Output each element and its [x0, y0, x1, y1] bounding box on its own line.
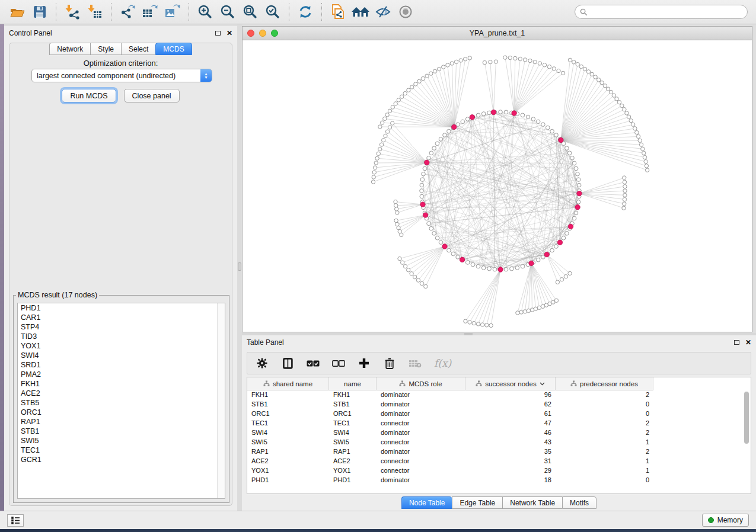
fan-node[interactable] — [538, 62, 541, 65]
fan-node[interactable] — [572, 60, 576, 64]
mcds-node[interactable] — [442, 244, 447, 249]
mcds-result-item[interactable]: STB1 — [18, 427, 225, 436]
tab-edge-table[interactable]: Edge Table — [452, 496, 502, 509]
tab-style[interactable]: Style — [90, 43, 121, 55]
fan-node[interactable] — [612, 94, 615, 97]
table-cell[interactable]: 0 — [556, 409, 653, 419]
table-cell[interactable]: 2 — [556, 447, 653, 457]
fan-node[interactable] — [385, 130, 389, 133]
table-cell[interactable]: FKH1 — [247, 390, 329, 400]
fan-node[interactable] — [485, 323, 489, 327]
fan-node[interactable] — [523, 58, 527, 62]
mcds-node[interactable] — [575, 205, 580, 210]
fan-node[interactable] — [395, 207, 398, 211]
fan-node[interactable] — [556, 280, 559, 284]
table-cell[interactable]: connector — [377, 466, 465, 476]
network-node[interactable] — [476, 113, 480, 117]
fan-node[interactable] — [403, 264, 407, 268]
fan-node[interactable] — [463, 57, 467, 61]
close-panel-icon[interactable]: ✕ — [745, 339, 751, 346]
criterion-dropdown[interactable]: largest connected component (undirected)… — [31, 69, 212, 82]
fan-node[interactable] — [537, 306, 541, 309]
table-cell[interactable]: dominator — [377, 447, 465, 457]
fan-node[interactable] — [398, 257, 401, 260]
network-node[interactable] — [565, 146, 569, 150]
mcds-result-item[interactable]: SRD1 — [18, 360, 225, 370]
show-columns-button[interactable] — [281, 357, 294, 370]
fan-node[interactable] — [564, 275, 567, 278]
fan-node[interactable] — [631, 123, 634, 126]
tab-network-table[interactable]: Network Table — [502, 496, 562, 509]
network-node[interactable] — [427, 156, 431, 160]
hide-graphics-details-button[interactable] — [373, 2, 393, 21]
mcds-result-item[interactable]: ORC1 — [18, 408, 225, 417]
network-node[interactable] — [576, 178, 580, 182]
fan-node[interactable] — [454, 60, 458, 63]
fan-node[interactable] — [379, 143, 383, 146]
fan-node[interactable] — [561, 71, 564, 75]
fan-node[interactable] — [554, 299, 558, 302]
network-node[interactable] — [536, 120, 540, 124]
scrollbar-thumb[interactable] — [744, 392, 749, 444]
fan-node[interactable] — [397, 98, 400, 102]
fan-node[interactable] — [579, 65, 583, 68]
fan-node[interactable] — [382, 139, 385, 142]
close-panel-button[interactable]: Close panel — [124, 89, 180, 102]
mcds-node[interactable] — [557, 240, 562, 245]
column-header-successor-nodes[interactable]: successor nodes — [465, 377, 556, 390]
table-cell[interactable]: 0 — [556, 400, 653, 409]
fan-node[interactable] — [401, 261, 404, 264]
network-node[interactable] — [493, 267, 497, 271]
search-input[interactable] — [591, 8, 742, 16]
fan-node[interactable] — [395, 222, 399, 226]
network-node[interactable] — [570, 156, 575, 160]
table-cell[interactable]: 31 — [465, 457, 556, 466]
fan-node[interactable] — [372, 171, 376, 174]
network-node[interactable] — [481, 266, 486, 270]
table-cell[interactable]: 1 — [556, 438, 653, 447]
fan-node[interactable] — [373, 166, 377, 169]
mcds-result-item[interactable]: GCR1 — [18, 455, 225, 464]
fan-node[interactable] — [442, 65, 445, 69]
fan-node[interactable] — [395, 211, 399, 214]
fan-node[interactable] — [383, 117, 387, 120]
tab-motifs[interactable]: Motifs — [562, 496, 596, 509]
houses-button[interactable] — [350, 2, 371, 21]
mcds-node[interactable] — [498, 267, 503, 272]
import-network-button[interactable] — [62, 2, 82, 21]
delete-button[interactable] — [383, 357, 396, 370]
network-node[interactable] — [504, 110, 508, 114]
fan-node[interactable] — [416, 278, 420, 282]
network-node[interactable] — [481, 112, 486, 116]
mcds-result-item[interactable]: FKH1 — [18, 379, 225, 389]
import-table-button[interactable] — [85, 2, 105, 21]
table-cell[interactable]: TEC1 — [329, 419, 377, 428]
table-cell[interactable]: TEC1 — [247, 419, 329, 428]
fan-node[interactable] — [623, 185, 627, 188]
network-node[interactable] — [447, 129, 451, 133]
fan-node[interactable] — [403, 91, 407, 95]
fan-node[interactable] — [489, 323, 493, 327]
fan-node[interactable] — [397, 226, 400, 229]
tab-node-table[interactable]: Node Table — [401, 496, 452, 509]
mcds-result-item[interactable]: SWI5 — [18, 436, 225, 446]
zoom-selected-button[interactable] — [263, 2, 283, 21]
network-node[interactable] — [447, 248, 451, 252]
close-panel-icon[interactable]: ✕ — [227, 30, 232, 37]
network-node[interactable] — [432, 146, 436, 150]
fan-node[interactable] — [378, 148, 382, 151]
fan-node[interactable] — [557, 69, 560, 72]
fan-node[interactable] — [641, 147, 645, 150]
fan-node[interactable] — [615, 97, 618, 101]
network-node[interactable] — [541, 123, 546, 127]
fan-node[interactable] — [417, 79, 421, 83]
fan-node[interactable] — [407, 268, 410, 272]
fan-node[interactable] — [410, 272, 413, 275]
run-mcds-button[interactable]: Run MCDS — [62, 89, 116, 102]
mcds-node[interactable] — [425, 160, 429, 165]
network-node[interactable] — [499, 110, 503, 114]
mcds-result-list[interactable]: PHD1CAR1STP4TID3YOX1SWI4SRD1PMA2FKH1ACE2… — [17, 303, 225, 499]
fan-node[interactable] — [420, 281, 423, 285]
mcds-node[interactable] — [452, 124, 457, 129]
network-node[interactable] — [574, 211, 578, 215]
